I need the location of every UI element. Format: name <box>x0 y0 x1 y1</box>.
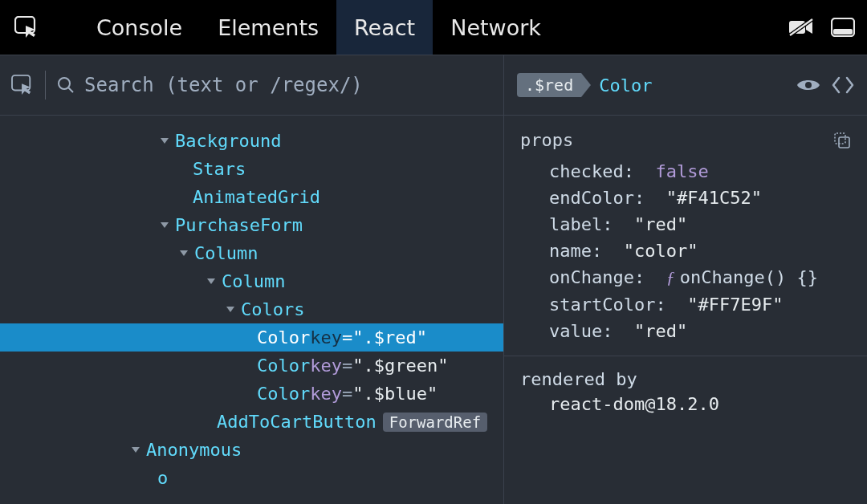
prop-key: endColor <box>549 188 634 208</box>
tree-row[interactable]: AddToCartButtonForwardRef <box>0 408 503 436</box>
prop-row: checked: false <box>520 158 851 185</box>
rendered-by-title: rendered by <box>520 369 851 389</box>
component-name: Colors <box>241 299 304 319</box>
divider <box>45 71 46 100</box>
chevron-down-icon[interactable] <box>161 138 169 144</box>
rendered-by-value: react-dom@18.2.0 <box>520 394 851 414</box>
tab-react[interactable]: React <box>336 0 433 55</box>
tree-row[interactable]: Background <box>0 127 503 155</box>
chevron-down-icon[interactable] <box>132 447 140 453</box>
component-key: key=".$red" <box>310 327 427 348</box>
component-name: Color <box>257 327 310 348</box>
prop-row: label: "red" <box>520 211 851 238</box>
svg-line-8 <box>69 88 74 93</box>
breadcrumb-key: .$red <box>517 73 581 97</box>
tree-row[interactable]: Stars <box>0 155 503 183</box>
tree-row[interactable]: Anonymous <box>0 436 503 464</box>
prop-key: value <box>549 321 602 341</box>
devtools-window: Console Elements React Network <box>0 0 867 504</box>
tab-console[interactable]: Console <box>79 0 200 55</box>
component-tree[interactable]: BackgroundStarsAnimatedGridPurchaseFormC… <box>0 116 504 504</box>
props-header: props <box>520 130 851 150</box>
tab-label: Elements <box>218 15 319 40</box>
search-input[interactable] <box>84 74 492 96</box>
props-section: props checked: falseendColor: "#F41C52"l… <box>504 116 867 356</box>
search-icon <box>57 76 75 94</box>
prop-key: onChange <box>549 267 634 288</box>
component-name: o <box>157 468 168 488</box>
props-title: props <box>520 130 573 150</box>
tree-row[interactable]: Column <box>0 267 503 295</box>
tree-row[interactable]: Column <box>0 239 503 267</box>
component-name: Color <box>257 356 310 376</box>
eye-icon[interactable] <box>796 77 820 93</box>
tab-label: Console <box>96 15 182 40</box>
component-key: key=".$green" <box>310 356 448 376</box>
component-name: Column <box>222 271 285 291</box>
svg-rect-11 <box>839 137 849 148</box>
chevron-down-icon[interactable] <box>207 278 215 284</box>
prop-key: checked <box>549 161 624 181</box>
breadcrumb-component: Color <box>599 75 652 96</box>
search-toolbar <box>0 55 504 115</box>
prop-row: name: "color" <box>520 238 851 264</box>
inspect-cursor-icon[interactable] <box>14 16 39 39</box>
prop-row: endColor: "#F41C52" <box>520 185 851 211</box>
panel-icon[interactable] <box>830 17 856 38</box>
prop-row: onChange: ƒonChange() {} <box>520 264 851 291</box>
svg-rect-10 <box>835 133 845 144</box>
tab-label: Network <box>450 15 541 40</box>
svg-point-9 <box>805 82 812 88</box>
prop-key: name <box>549 241 592 261</box>
svg-point-7 <box>59 78 70 89</box>
chevron-down-icon[interactable] <box>161 222 169 228</box>
tree-row[interactable]: o <box>0 464 503 492</box>
tab-elements[interactable]: Elements <box>200 0 336 55</box>
prop-key: startColor <box>549 295 655 315</box>
toolbar: .$red Color <box>0 55 867 116</box>
prop-key: label <box>549 214 602 234</box>
chevron-down-icon[interactable] <box>226 307 234 312</box>
tree-row[interactable]: Color key=".$red" <box>0 323 503 352</box>
prop-row: startColor: "#FF7E9F" <box>520 291 851 318</box>
tree-row[interactable]: Color key=".$blue" <box>0 380 503 408</box>
component-name: AnimatedGrid <box>193 187 320 207</box>
component-name: Stars <box>193 159 246 179</box>
component-name: Background <box>175 131 281 151</box>
component-name: AddToCartButton <box>217 412 377 432</box>
component-name: Column <box>194 243 258 263</box>
props-list: checked: falseendColor: "#F41C52"label: … <box>520 158 851 344</box>
tab-label: React <box>354 15 415 40</box>
tree-row[interactable]: PurchaseForm <box>0 211 503 239</box>
view-source-icon[interactable] <box>832 76 854 94</box>
pick-element-icon[interactable] <box>11 75 34 96</box>
prop-row: value: "red" <box>520 318 851 344</box>
tree-row[interactable]: Colors <box>0 295 503 323</box>
breadcrumb-bar: .$red Color <box>504 55 867 115</box>
tree-row[interactable]: AnimatedGrid <box>0 183 503 211</box>
component-key: key=".$blue" <box>310 384 438 404</box>
component-name: Anonymous <box>146 440 242 460</box>
tab-network[interactable]: Network <box>433 0 559 55</box>
chevron-down-icon[interactable] <box>180 250 188 256</box>
copy-icon[interactable] <box>833 132 851 149</box>
camera-off-icon[interactable] <box>788 17 814 38</box>
forward-ref-badge: ForwardRef <box>383 413 487 432</box>
main-split: BackgroundStarsAnimatedGridPurchaseFormC… <box>0 116 867 504</box>
tree-row[interactable]: Color key=".$green" <box>0 352 503 380</box>
breadcrumb[interactable]: .$red Color <box>517 73 652 97</box>
rendered-by-section: rendered by react-dom@18.2.0 <box>504 356 867 427</box>
component-name: PurchaseForm <box>175 215 303 235</box>
props-pane: props checked: falseendColor: "#F41C52"l… <box>504 116 867 504</box>
svg-rect-5 <box>833 29 853 35</box>
top-tab-bar: Console Elements React Network <box>0 0 867 55</box>
component-name: Color <box>257 384 310 404</box>
